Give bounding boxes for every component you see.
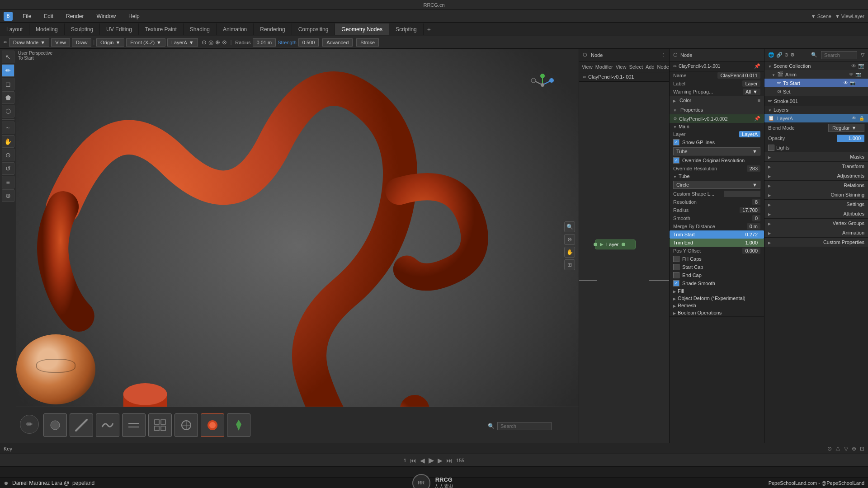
pp-fill-section[interactable]: Fill bbox=[670, 287, 764, 295]
pp-pin-icon[interactable]: 📌 bbox=[754, 63, 760, 69]
pp-props-header[interactable]: Properties bbox=[670, 105, 764, 114]
tab-shading[interactable]: Shading bbox=[184, 23, 217, 35]
fr-attributes-header[interactable]: Attributes bbox=[764, 209, 868, 218]
brush-7[interactable] bbox=[201, 413, 224, 437]
tab-uv-editing[interactable]: UV Editing bbox=[100, 23, 139, 35]
pan-btn[interactable]: ✋ bbox=[564, 247, 575, 258]
pp-trim-start-val[interactable]: 0.272 bbox=[742, 231, 760, 238]
smooth-tool[interactable]: ~ bbox=[2, 122, 14, 134]
radius-val-tb[interactable]: 0.01 m bbox=[253, 38, 276, 47]
fr-icon1[interactable]: 🌐 bbox=[768, 52, 774, 58]
play-first-btn[interactable]: ⏮ bbox=[410, 457, 416, 464]
play-prev-btn[interactable]: ◀ bbox=[420, 457, 425, 464]
node-menu-btn[interactable]: ⋮ bbox=[661, 52, 665, 57]
twist-tool[interactable]: ↺ bbox=[2, 162, 14, 175]
brush-1[interactable] bbox=[43, 413, 67, 437]
fr-transform-header[interactable]: Transform bbox=[764, 162, 868, 171]
fr-anim-cam[interactable]: 📷 bbox=[855, 72, 861, 77]
fr-search-icon[interactable]: 🔍 bbox=[811, 52, 817, 58]
fr-tostart-vis[interactable]: 👁 bbox=[844, 80, 848, 85]
fr-anim-vis[interactable]: 👁 bbox=[849, 72, 854, 77]
brush-8[interactable] bbox=[227, 413, 250, 437]
grab-tool[interactable]: ✋ bbox=[2, 135, 14, 148]
frame-end-label[interactable]: 155 bbox=[456, 458, 464, 463]
fr-layera-item[interactable]: 📋 LayerA 👁 🔒 bbox=[764, 114, 868, 122]
timeline-icon1[interactable]: ⊙ bbox=[827, 446, 832, 452]
fr-settings-header[interactable]: Settings bbox=[764, 200, 868, 209]
tab-scripting[interactable]: Scripting bbox=[389, 23, 424, 35]
pp-endcap-checkbox[interactable] bbox=[673, 272, 679, 278]
strength-val-tb[interactable]: 0.500 bbox=[298, 38, 319, 47]
pp-remesh-section[interactable]: Remesh bbox=[670, 302, 764, 309]
draw-tool[interactable]: ✏ bbox=[2, 64, 14, 77]
toolbar-icon2[interactable]: ◎ bbox=[208, 39, 213, 46]
tab-animation[interactable]: Animation bbox=[217, 23, 254, 35]
timeline-icon5[interactable]: ⊡ bbox=[860, 446, 864, 452]
pp-label-val[interactable]: Layer bbox=[742, 80, 760, 87]
fr-icon4[interactable]: ⚙ bbox=[790, 52, 795, 58]
view-btn-vp[interactable]: ⊞ bbox=[564, 259, 575, 270]
timeline-icon3[interactable]: ▽ bbox=[844, 446, 848, 452]
brush-5[interactable] bbox=[148, 413, 172, 437]
pp-custom-shape-val[interactable] bbox=[724, 191, 760, 197]
tab-sculpting[interactable]: Sculpting bbox=[65, 23, 100, 35]
brush-4[interactable] bbox=[122, 413, 146, 437]
viewport[interactable]: User Perspective To Start 🔍 ⊖ bbox=[16, 49, 579, 443]
brush-6[interactable] bbox=[175, 413, 198, 437]
fr-onionskin-header[interactable]: Onion Skinning bbox=[764, 190, 868, 199]
pp-showgp-checkbox[interactable] bbox=[673, 139, 679, 145]
pp-color-menu-icon[interactable]: ≡ bbox=[758, 98, 760, 103]
zoom-in-btn[interactable]: 🔍 bbox=[564, 221, 575, 232]
node-add-btn[interactable]: Add bbox=[646, 64, 655, 70]
pp-smooth-val[interactable]: 0 bbox=[752, 215, 760, 221]
fr-icon2[interactable]: 🔗 bbox=[776, 52, 783, 58]
pp-boolops-section[interactable]: Boolean Operations bbox=[670, 309, 764, 316]
pp-layer-val[interactable]: LayerA bbox=[739, 131, 760, 137]
view-btn[interactable]: View bbox=[51, 38, 70, 47]
toolbar-icon3[interactable]: ⊕ bbox=[215, 39, 220, 46]
pp-startcap-checkbox[interactable] bbox=[673, 264, 679, 270]
pp-override-res-val[interactable]: 283 bbox=[747, 165, 760, 172]
pp-fillcaps-checkbox[interactable] bbox=[673, 256, 679, 262]
add-workspace-btn[interactable]: + bbox=[424, 23, 434, 36]
node-select2-btn[interactable]: Select bbox=[629, 64, 643, 70]
tab-geometry-nodes[interactable]: Geometry Nodes bbox=[335, 23, 389, 35]
clone-tool[interactable]: ⊕ bbox=[2, 189, 14, 202]
node-select-btn[interactable]: Modifier bbox=[595, 64, 613, 70]
tab-rendering[interactable]: Rendering bbox=[254, 23, 292, 35]
pp-modifier-name[interactable]: ClayPencil-v0.1-0.002 bbox=[679, 116, 728, 122]
view-axis-dropdown[interactable]: Front (X-Z)▼ bbox=[126, 38, 165, 47]
pp-color-header[interactable]: Color ≡ bbox=[670, 96, 764, 105]
fr-layera-vis[interactable]: 👁 bbox=[852, 116, 856, 121]
fr-masks-header[interactable]: Masks bbox=[764, 152, 868, 161]
node-node-btn[interactable]: Node bbox=[657, 64, 669, 70]
pp-merge-val[interactable]: 0 m bbox=[747, 223, 760, 230]
fill-tool[interactable]: ⬟ bbox=[2, 91, 14, 104]
frame-start-label[interactable]: 1 bbox=[404, 458, 406, 463]
fr-tostart-cam[interactable]: 📷 bbox=[850, 80, 855, 85]
toolbar-icon4[interactable]: ⊗ bbox=[222, 39, 227, 46]
draw-btn[interactable]: Draw bbox=[72, 38, 92, 47]
brush-2[interactable] bbox=[70, 413, 93, 437]
fr-animation-header[interactable]: Animation bbox=[764, 228, 868, 237]
scene-selector[interactable]: ▼ Scene bbox=[811, 14, 831, 19]
pp-name-val[interactable]: ClayPencil 0.011 bbox=[717, 72, 760, 79]
pp-posy-val[interactable]: 0.000 bbox=[742, 248, 760, 254]
node-view2-btn[interactable]: View bbox=[616, 64, 627, 70]
tab-modeling[interactable]: Modeling bbox=[29, 23, 65, 35]
play-last-btn[interactable]: ⏭ bbox=[446, 457, 453, 464]
node-canvas[interactable]: ▶ Layer bbox=[579, 82, 669, 443]
pp-modifier-pin[interactable]: 📌 bbox=[754, 116, 760, 122]
advanced-btn[interactable]: Advanced bbox=[322, 38, 353, 47]
pp-override-checkbox[interactable] bbox=[673, 157, 679, 164]
tab-layout[interactable]: Layout bbox=[0, 23, 29, 35]
fr-sc-cam-icon[interactable]: 📷 bbox=[858, 63, 864, 69]
pp-resolution-val[interactable]: 8 bbox=[752, 199, 760, 205]
pp-warning-val[interactable]: All ▼ bbox=[743, 89, 760, 95]
fr-search-input[interactable] bbox=[821, 51, 857, 59]
draw-mode-dropdown[interactable]: Draw Mode ▼ bbox=[9, 38, 49, 47]
fr-sc-vis-icon[interactable]: 👁 bbox=[851, 63, 856, 69]
pp-trim-end-val[interactable]: 1.000 bbox=[742, 239, 760, 246]
stroke-btn[interactable]: Stroke bbox=[356, 38, 379, 47]
select-tool[interactable]: ↖ bbox=[2, 51, 14, 63]
